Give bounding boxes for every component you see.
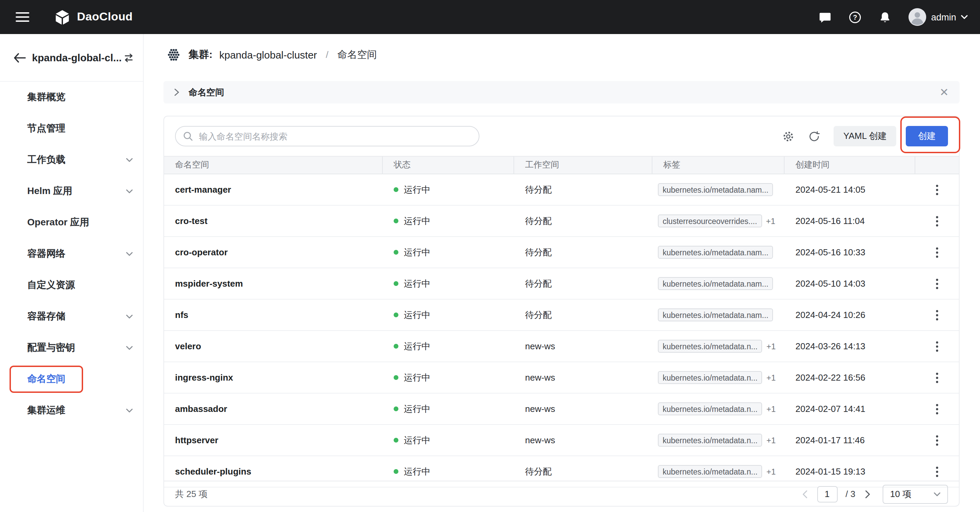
sidebar-item-label: Operator 应用 [27, 216, 89, 229]
table-row: cert-manager运行中待分配kubernetes.io/metadata… [164, 174, 959, 206]
workspace-value: 待分配 [525, 246, 552, 258]
namespace-name[interactable]: cert-manager [175, 184, 231, 195]
namespace-name[interactable]: velero [175, 341, 201, 351]
row-actions-kebab-icon[interactable] [930, 213, 944, 229]
cluster-dots-icon [165, 47, 182, 62]
sidebar-item[interactable]: Operator 应用 [0, 207, 143, 238]
page-size-value: 10 项 [890, 488, 911, 500]
row-actions-kebab-icon[interactable] [930, 338, 944, 355]
sidebar: kpanda-global-cl... 集群概览节点管理工作负载Helm 应用O… [0, 34, 144, 512]
help-icon[interactable]: ? [849, 11, 862, 24]
page-input[interactable] [817, 486, 837, 502]
workspace-value: 待分配 [525, 215, 552, 227]
table-row: httpserver运行中new-wskubernetes.io/metadat… [164, 425, 959, 456]
prev-page-icon[interactable] [800, 488, 809, 499]
notifications-bell-icon[interactable] [878, 11, 891, 24]
switch-cluster-icon[interactable] [122, 51, 135, 64]
label-extra-count: +1 [767, 373, 776, 382]
workspace-value: new-ws [525, 404, 555, 414]
row-actions-kebab-icon[interactable] [930, 244, 944, 261]
row-actions-kebab-icon[interactable] [930, 401, 944, 417]
sidebar-item[interactable]: 自定义资源 [0, 270, 143, 301]
row-actions-kebab-icon[interactable] [930, 275, 944, 292]
status-dot-icon [394, 281, 398, 286]
label-chip: kubernetes.io/metadata.nam... [658, 183, 773, 196]
sidebar-item[interactable]: 配置与密钥 [0, 332, 143, 364]
status-text: 运行中 [404, 277, 430, 290]
workspace-value: new-ws [525, 435, 555, 445]
status-dot-icon [394, 313, 398, 317]
status-dot-icon [394, 469, 398, 474]
sidebar-menu: 集群概览节点管理工作负载Helm 应用Operator 应用容器网络自定义资源容… [0, 82, 143, 426]
column-header: 标签 [652, 157, 784, 173]
search-input[interactable] [175, 126, 479, 146]
status-text: 运行中 [404, 309, 430, 321]
row-actions-kebab-icon[interactable] [930, 307, 944, 323]
sidebar-item-label: 配置与密钥 [27, 342, 75, 354]
sidebar-item[interactable]: 工作负载 [0, 144, 143, 176]
refresh-icon[interactable] [806, 128, 823, 145]
sidebar-item[interactable]: 容器存储 [0, 301, 143, 332]
chevron-right-icon[interactable] [173, 87, 180, 97]
back-arrow-icon[interactable] [14, 53, 26, 62]
status-text: 运行中 [404, 340, 430, 352]
sidebar-item[interactable]: 命名空间 [0, 364, 143, 395]
page-size-select[interactable]: 10 项 [883, 485, 948, 504]
workspace-value: 待分配 [525, 277, 552, 290]
sidebar-item[interactable]: 容器网络 [0, 238, 143, 270]
namespace-name[interactable]: ambassador [175, 404, 227, 414]
status-text: 运行中 [404, 246, 430, 258]
status-dot-icon [394, 250, 398, 254]
column-header: 命名空间 [164, 157, 383, 173]
label-extra-count: +1 [766, 216, 775, 226]
breadcrumb-cluster[interactable]: kpanda-global-cluster [219, 49, 317, 60]
panel-tab: 命名空间 ✕ [164, 81, 959, 103]
user-menu[interactable]: admin [908, 8, 968, 26]
sidebar-item[interactable]: 集群概览 [0, 82, 143, 113]
namespace-name[interactable]: cro-test [175, 216, 207, 226]
sidebar-item[interactable]: Helm 应用 [0, 176, 143, 207]
column-header: 状态 [383, 157, 514, 173]
created-time: 2024-05-16 10:33 [795, 247, 865, 258]
namespace-card: YAML 创建 创建 命名空间状态工作空间标签创建时间 cert-manager… [164, 116, 959, 507]
sidebar-item-label: 工作负载 [27, 154, 65, 166]
menu-toggle-icon[interactable] [14, 10, 31, 24]
status-text: 运行中 [404, 183, 430, 196]
row-actions-kebab-icon[interactable] [930, 432, 944, 448]
created-time: 2024-05-21 14:05 [795, 184, 865, 195]
namespace-name[interactable]: httpserver [175, 435, 218, 445]
next-page-icon[interactable] [864, 488, 872, 499]
column-header: 创建时间 [784, 157, 915, 173]
username: admin [931, 12, 956, 22]
total-count: 共 25 项 [175, 488, 207, 500]
app-window: DaoCloud ? admin [0, 0, 980, 512]
close-icon[interactable]: ✕ [938, 86, 950, 99]
label-chip: kubernetes.io/metadata.nam... [658, 246, 773, 259]
sidebar-item-label: 集群运维 [27, 404, 65, 417]
row-actions-kebab-icon[interactable] [930, 181, 944, 198]
sidebar-item[interactable]: 集群运维 [0, 395, 143, 426]
label-chip: clusterresourceoverrides.... [658, 215, 762, 227]
table-header: 命名空间状态工作空间标签创建时间 [164, 156, 959, 174]
namespace-name[interactable]: cro-operator [175, 247, 228, 258]
namespace-name[interactable]: nfs [175, 310, 188, 320]
brand-name: DaoCloud [77, 10, 133, 24]
status-dot-icon [394, 407, 398, 411]
yaml-create-button[interactable]: YAML 创建 [834, 126, 896, 146]
namespace-name[interactable]: scheduler-plugins [175, 466, 251, 477]
namespace-name[interactable]: ingress-nginx [175, 372, 233, 383]
cluster-name: kpanda-global-cl... [32, 52, 122, 63]
sidebar-item-label: Helm 应用 [27, 185, 72, 197]
row-actions-kebab-icon[interactable] [930, 369, 944, 386]
sidebar-item[interactable]: 节点管理 [0, 113, 143, 144]
table-row: cro-test运行中待分配clusterresourceoverrides..… [164, 206, 959, 237]
sidebar-item-label: 自定义资源 [27, 279, 75, 291]
table-body: cert-manager运行中待分配kubernetes.io/metadata… [164, 174, 959, 488]
namespace-name[interactable]: mspider-system [175, 278, 243, 289]
row-actions-kebab-icon[interactable] [930, 463, 944, 480]
settings-gear-icon[interactable] [780, 128, 797, 145]
create-button[interactable]: 创建 [906, 126, 948, 146]
status-text: 运行中 [404, 465, 430, 478]
messages-icon[interactable] [819, 11, 832, 24]
sidebar-item-label: 节点管理 [27, 122, 65, 135]
